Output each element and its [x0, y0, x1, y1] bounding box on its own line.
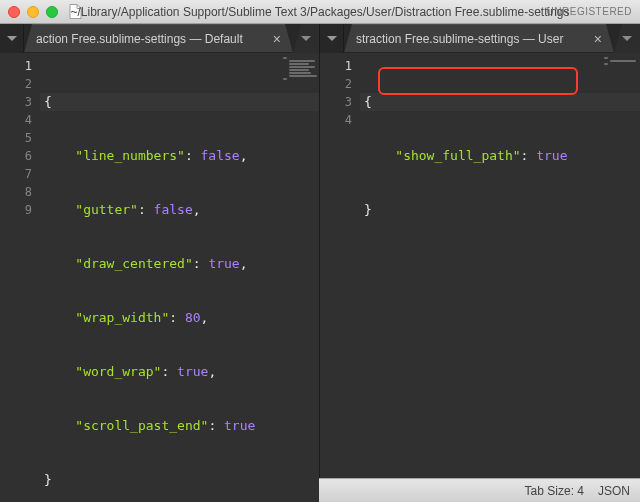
code-line: "word_wrap": true, [40, 363, 319, 381]
tab-label: action Free.sublime-settings — Default [36, 32, 271, 46]
tabbar-row: action Free.sublime-settings — Default ×… [0, 24, 640, 53]
minimap-left[interactable] [283, 57, 317, 81]
editor-pane-right: 1 2 3 4 { "show_full_path": true } [320, 53, 640, 478]
json-value: true [536, 148, 567, 163]
app-window: ~/Library/Application Support/Sublime Te… [0, 0, 640, 502]
code-line: } [40, 471, 319, 489]
line-number: 8 [4, 183, 32, 201]
new-tab-left[interactable] [293, 24, 319, 53]
window-title: ~/Library/Application Support/Sublime Te… [0, 5, 640, 19]
code-line: { [360, 93, 640, 111]
document-icon [68, 4, 82, 20]
editor-pane-left: 1 2 3 4 5 6 7 8 9 { "line_numbers": fals… [0, 53, 320, 478]
line-number: 4 [4, 111, 32, 129]
json-value: false [154, 202, 193, 217]
minimap-right[interactable] [604, 57, 638, 66]
tabgroup-right: straction Free.sublime-settings — User × [320, 24, 640, 53]
line-number: 2 [4, 75, 32, 93]
code-line: { [40, 93, 319, 111]
tab-left[interactable]: action Free.sublime-settings — Default × [24, 24, 293, 53]
brace: } [44, 472, 52, 487]
json-value: true [224, 418, 255, 433]
line-number: 5 [4, 129, 32, 147]
code-line [360, 255, 640, 273]
line-number: 2 [324, 75, 352, 93]
brace: { [364, 94, 372, 109]
tab-dropdown-right[interactable] [320, 24, 344, 53]
tab-label: straction Free.sublime-settings — User [356, 32, 592, 46]
editor-right[interactable]: 1 2 3 4 { "show_full_path": true } [320, 53, 640, 478]
json-key: "draw_centered" [75, 256, 192, 271]
titlebar: ~/Library/Application Support/Sublime Te… [0, 0, 640, 24]
editor-left[interactable]: 1 2 3 4 5 6 7 8 9 { "line_numbers": fals… [0, 53, 319, 502]
code-area-left[interactable]: { "line_numbers": false, "gutter": false… [40, 53, 319, 502]
json-value: true [177, 364, 208, 379]
code-line: } [360, 201, 640, 219]
tabgroup-left: action Free.sublime-settings — Default × [0, 24, 320, 53]
line-number: 1 [324, 57, 352, 75]
editor-panes: 1 2 3 4 5 6 7 8 9 { "line_numbers": fals… [0, 53, 640, 478]
close-window-button[interactable] [8, 6, 20, 18]
json-key: "gutter" [75, 202, 138, 217]
minimize-window-button[interactable] [27, 6, 39, 18]
zoom-window-button[interactable] [46, 6, 58, 18]
json-key: "word_wrap" [75, 364, 161, 379]
gutter-left: 1 2 3 4 5 6 7 8 9 [0, 53, 40, 502]
line-number: 1 [4, 57, 32, 75]
json-key: "scroll_past_end" [75, 418, 208, 433]
json-value: false [201, 148, 240, 163]
registration-label: UNREGISTERED [547, 6, 632, 17]
line-number: 7 [4, 165, 32, 183]
line-number: 9 [4, 201, 32, 219]
tab-close-button[interactable]: × [592, 32, 604, 46]
line-number: 3 [324, 93, 352, 111]
code-area-right[interactable]: { "show_full_path": true } [360, 53, 640, 478]
json-value: true [208, 256, 239, 271]
code-line: "gutter": false, [40, 201, 319, 219]
json-key: "wrap_width" [75, 310, 169, 325]
code-line: "draw_centered": true, [40, 255, 319, 273]
json-key: "show_full_path" [395, 148, 520, 163]
tab-dropdown-left[interactable] [0, 24, 24, 53]
syntax-selector[interactable]: JSON [598, 484, 630, 498]
tab-close-button[interactable]: × [271, 32, 283, 46]
line-number: 3 [4, 93, 32, 111]
code-line: "scroll_past_end": true [40, 417, 319, 435]
json-value: 80 [185, 310, 201, 325]
annotation-highlight [378, 67, 578, 95]
brace: } [364, 202, 372, 217]
window-controls [8, 6, 58, 18]
tab-size-selector[interactable]: Tab Size: 4 [525, 484, 584, 498]
json-key: "line_numbers" [75, 148, 185, 163]
tab-right[interactable]: straction Free.sublime-settings — User × [344, 24, 614, 53]
code-line: "wrap_width": 80, [40, 309, 319, 327]
line-number: 6 [4, 147, 32, 165]
new-tab-right[interactable] [614, 24, 640, 53]
code-line: "line_numbers": false, [40, 147, 319, 165]
gutter-right: 1 2 3 4 [320, 53, 360, 478]
line-number: 4 [324, 111, 352, 129]
code-line: "show_full_path": true [360, 147, 640, 165]
brace: { [44, 94, 52, 109]
